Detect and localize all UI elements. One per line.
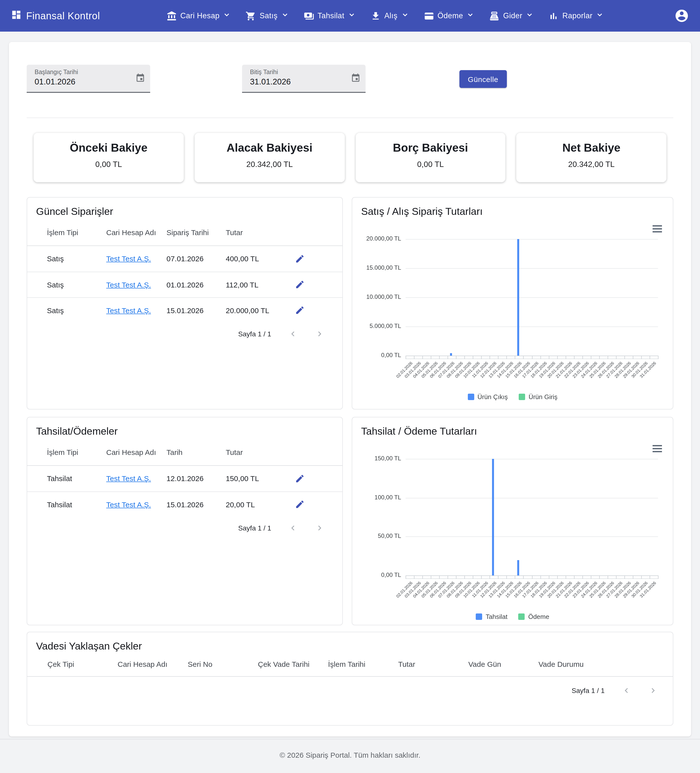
update-button[interactable]: Güncelle	[460, 70, 507, 88]
nav-item-cari-hesap[interactable]: Cari Hesap	[166, 11, 231, 21]
nav-label: Cari Hesap	[180, 12, 219, 20]
x-axis-tick	[608, 576, 608, 579]
legend-swatch	[468, 394, 474, 400]
prev-page-button[interactable]	[288, 329, 298, 339]
account-link[interactable]: Test Test A.Ş.	[106, 280, 151, 289]
x-axis-tick	[431, 355, 431, 359]
x-axis-tick	[608, 355, 608, 359]
x-axis-tick	[414, 576, 415, 579]
orders-title: Güncel Siparişler	[36, 206, 333, 217]
x-axis-tick	[591, 576, 591, 579]
chevron-down-icon	[526, 11, 534, 21]
orders-panel: Güncel Siparişler İşlem TipiCari Hesap A…	[27, 197, 343, 410]
end-date-field[interactable]: Bitiş Tarihi 31.01.2026	[242, 65, 366, 93]
edit-button[interactable]	[294, 304, 306, 316]
account-circle-icon[interactable]	[674, 8, 689, 23]
card-title: Net Bakiye	[517, 141, 667, 155]
transaction-amount: 112,00 TL	[226, 280, 284, 289]
column-header: Cari Hesap Adı	[106, 447, 166, 458]
x-axis-tick	[565, 355, 566, 359]
brand[interactable]: Finansal Kontrol	[11, 9, 100, 23]
table-row: TahsilatTest Test A.Ş.15.01.202620,00 TL	[27, 491, 343, 517]
credit-card-icon	[423, 11, 434, 21]
nav-item-odeme[interactable]: Ödeme	[423, 11, 474, 21]
column-header: Çek Vade Tarihi	[258, 660, 328, 668]
edit-button[interactable]	[294, 279, 306, 290]
gridline	[405, 268, 658, 269]
nav-item-tahsilat[interactable]: Tahsilat	[304, 11, 356, 21]
x-axis-tick	[524, 355, 524, 359]
x-axis-tick	[650, 576, 650, 579]
calendar-icon[interactable]	[135, 73, 145, 85]
x-axis-tick	[574, 576, 574, 579]
orders-table-header: İşlem TipiCari Hesap AdıSipariş TarihiTu…	[27, 222, 343, 246]
x-axis-tick	[490, 355, 490, 359]
orders-pagination: Sayfa 1 / 1	[27, 329, 343, 339]
next-page-button[interactable]	[648, 686, 658, 696]
column-header: Cari Hesap Adı	[118, 660, 188, 668]
chart-legend: TahsilatÖdeme	[360, 613, 665, 620]
nav-label: Tahsilat	[318, 12, 344, 20]
y-axis-label: 100,00 TL	[360, 494, 401, 501]
x-axis-tick	[439, 355, 440, 359]
x-axis-tick	[405, 576, 406, 579]
nav-item-gider[interactable]: Gider	[489, 11, 534, 21]
x-axis-tick	[515, 355, 516, 359]
x-axis-tick	[448, 576, 448, 579]
account-link[interactable]: Test Test A.Ş.	[106, 254, 151, 263]
x-axis-tick	[473, 355, 473, 359]
calendar-icon[interactable]	[351, 73, 361, 85]
legend-item: Ürün Giriş	[519, 393, 557, 401]
card-title: Borç Bakiyesi	[356, 141, 506, 155]
edit-button[interactable]	[294, 498, 306, 510]
account-link[interactable]: Test Test A.Ş.	[106, 474, 151, 483]
nav-label: Ödeme	[437, 12, 463, 20]
chart-legend: Ürün ÇıkışÜrün Giriş	[360, 393, 665, 401]
chart-bar	[492, 459, 494, 576]
prev-page-button[interactable]	[288, 523, 298, 533]
transaction-type: Tahsilat	[47, 500, 106, 508]
top-navbar: Finansal Kontrol Cari Hesap Satış Tahsil…	[0, 0, 700, 31]
payments-table-header: İşlem TipiCari Hesap AdıTarihTutar	[27, 442, 343, 465]
x-axis-tick	[548, 355, 549, 359]
transaction-date: 01.01.2026	[166, 280, 226, 289]
nav-item-alis[interactable]: Alış	[371, 11, 409, 21]
x-axis-tick	[473, 576, 473, 579]
chart-menu-icon[interactable]	[652, 225, 662, 233]
account-link[interactable]: Test Test A.Ş.	[106, 500, 151, 508]
x-axis-tick	[641, 576, 642, 579]
nav-item-satis[interactable]: Satış	[246, 11, 289, 21]
column-header: Tutar	[398, 660, 468, 668]
column-header: Cari Hesap Adı	[106, 227, 166, 238]
nav-item-raporlar[interactable]: Raporlar	[548, 11, 604, 21]
y-axis-label: 20.000,00 TL	[360, 235, 401, 242]
chart-menu-icon[interactable]	[652, 445, 662, 452]
account-link[interactable]: Test Test A.Ş.	[106, 306, 151, 314]
legend-swatch	[519, 394, 525, 400]
card-value: 20.342,00 TL	[194, 160, 345, 169]
checks-title: Vadesi Yaklaşan Çekler	[36, 640, 664, 652]
edit-button[interactable]	[294, 253, 306, 265]
edit-button[interactable]	[294, 472, 306, 484]
x-axis-tick	[641, 355, 642, 359]
x-axis-tick	[422, 355, 423, 359]
card-title: Alacak Bakiyesi	[194, 141, 345, 155]
transaction-amount: 400,00 TL	[226, 254, 284, 263]
start-date-value: 01.01.2026	[35, 77, 130, 86]
chevron-down-icon	[281, 11, 289, 21]
next-page-button[interactable]	[315, 329, 324, 339]
next-page-button[interactable]	[315, 523, 324, 533]
prev-page-button[interactable]	[621, 686, 631, 696]
page-indicator: Sayfa 1 / 1	[572, 687, 604, 694]
x-axis-tick	[565, 576, 566, 579]
transaction-amount: 20.000,00 TL	[226, 306, 284, 314]
x-axis-tick	[540, 355, 541, 359]
x-axis-tick	[591, 355, 591, 359]
start-date-field[interactable]: Başlangıç Tarihi 01.01.2026	[27, 65, 150, 93]
page: Finansal Kontrol Cari Hesap Satış Tahsil…	[0, 0, 700, 773]
download-icon	[371, 11, 381, 21]
payments-table-body: TahsilatTest Test A.Ş.12.01.2026150,00 T…	[27, 465, 343, 517]
column-header: Sipariş Tarihi	[166, 227, 226, 238]
x-axis-tick	[582, 576, 583, 579]
y-axis-label: 10.000,00 TL	[360, 293, 401, 300]
